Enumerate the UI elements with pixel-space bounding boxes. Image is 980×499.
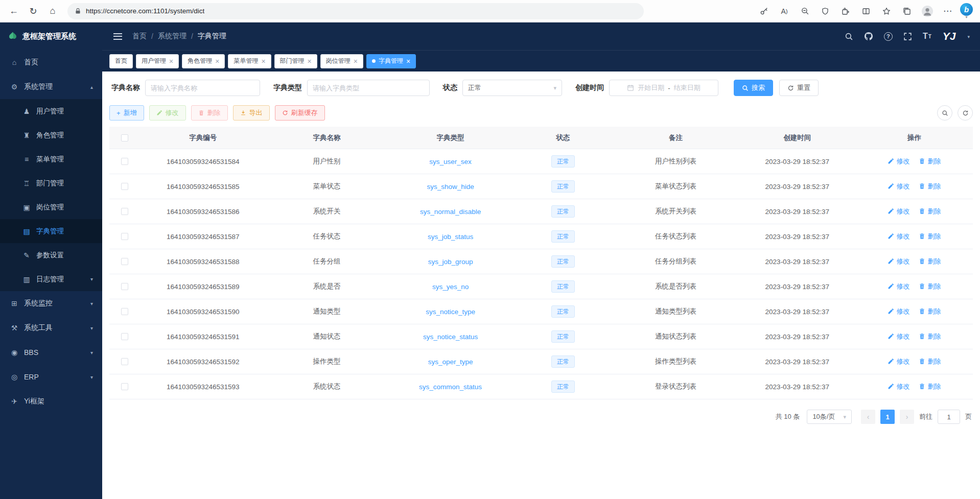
prev-page-button[interactable]: ‹	[861, 410, 875, 424]
back-button[interactable]: ←	[5, 3, 22, 19]
close-icon[interactable]: ×	[261, 58, 265, 65]
sidebar-item-role[interactable]: ♜角色管理	[0, 123, 102, 147]
sidebar-item-home[interactable]: ⌂首页	[0, 50, 102, 75]
row-checkbox[interactable]	[121, 183, 128, 190]
sidebar-item-tools[interactable]: ⚒系统工具▾	[0, 316, 102, 340]
tab-post[interactable]: 岗位管理×	[320, 54, 363, 68]
row-edit-button[interactable]: 修改	[888, 257, 909, 266]
sidebar-item-log[interactable]: ▥日志管理▾	[0, 267, 102, 291]
close-icon[interactable]: ×	[215, 58, 219, 65]
sidebar-item-bbs[interactable]: ◉BBS▾	[0, 340, 102, 365]
sidebar-item-monitor[interactable]: ⊞系统监控▾	[0, 291, 102, 316]
search-button[interactable]: 搜索	[734, 80, 773, 96]
date-range-picker[interactable]: 开始日期 - 结束日期	[609, 80, 718, 96]
sidebar-item-param[interactable]: ✎参数设置	[0, 243, 102, 267]
row-checkbox[interactable]	[121, 333, 128, 340]
row-delete-button[interactable]: 删除	[919, 307, 941, 316]
key-icon[interactable]	[756, 3, 772, 19]
reset-button[interactable]: 重置	[779, 80, 819, 96]
close-icon[interactable]: ×	[308, 58, 312, 65]
row-edit-button[interactable]: 修改	[888, 332, 909, 341]
tab-user[interactable]: 用户管理×	[136, 54, 179, 68]
refresh-table-button[interactable]	[958, 105, 973, 121]
help-icon[interactable]: ?	[884, 32, 893, 41]
dict-type-link[interactable]: sys_normal_disable	[420, 208, 481, 216]
tab-role[interactable]: 角色管理×	[182, 54, 225, 68]
tab-home[interactable]: 首页	[109, 54, 133, 68]
row-delete-button[interactable]: 删除	[919, 357, 941, 366]
dict-type-link[interactable]: sys_notice_type	[426, 308, 475, 316]
row-delete-button[interactable]: 删除	[919, 232, 941, 241]
tab-menu[interactable]: 菜单管理×	[228, 54, 271, 68]
row-edit-button[interactable]: 修改	[888, 207, 909, 216]
row-edit-button[interactable]: 修改	[888, 307, 909, 316]
row-edit-button[interactable]: 修改	[888, 182, 909, 191]
search-icon[interactable]	[845, 32, 853, 41]
select-all-checkbox[interactable]	[121, 134, 128, 141]
dict-type-link[interactable]: sys_user_sex	[429, 158, 472, 165]
close-icon[interactable]: ×	[169, 58, 173, 65]
dict-type-link[interactable]: sys_notice_status	[423, 333, 478, 341]
row-edit-button[interactable]: 修改	[888, 232, 909, 241]
row-checkbox[interactable]	[121, 158, 128, 165]
sidebar-item-menu[interactable]: ≡菜单管理	[0, 147, 102, 171]
sidebar-item-user[interactable]: ♟用户管理	[0, 99, 102, 123]
close-icon[interactable]: ×	[406, 58, 410, 65]
refresh-button[interactable]: ↻	[25, 3, 42, 19]
row-delete-button[interactable]: 删除	[919, 282, 941, 291]
row-checkbox[interactable]	[121, 358, 128, 365]
home-button[interactable]: ⌂	[44, 3, 61, 19]
refresh-cache-button[interactable]: 刷新缓存	[275, 105, 325, 121]
dict-type-link[interactable]: sys_job_status	[428, 233, 473, 241]
page-number-button[interactable]: 1	[880, 410, 895, 424]
toggle-search-button[interactable]	[937, 105, 952, 121]
dict-type-link[interactable]: sys_common_status	[419, 383, 482, 391]
delete-button[interactable]: 删除	[191, 105, 228, 121]
user-avatar[interactable]: YJ	[943, 30, 956, 42]
collections-icon[interactable]	[899, 3, 915, 19]
add-button[interactable]: + 新增	[109, 105, 144, 121]
sidebar-item-dept[interactable]: ♖部门管理	[0, 171, 102, 195]
row-delete-button[interactable]: 删除	[919, 207, 941, 216]
breadcrumb-item-home[interactable]: 首页	[132, 32, 147, 41]
dict-type-link[interactable]: sys_oper_type	[428, 358, 473, 366]
dict-type-link[interactable]: sys_show_hide	[427, 183, 474, 191]
row-checkbox[interactable]	[121, 258, 128, 265]
edit-button[interactable]: 修改	[149, 105, 186, 121]
dict-type-input[interactable]	[313, 84, 424, 92]
read-aloud-icon[interactable]: A)	[776, 3, 792, 19]
row-delete-button[interactable]: 删除	[919, 257, 941, 266]
address-bar[interactable]: https://ccnetcore.com:1101/system/dict	[67, 3, 644, 19]
tab-dept[interactable]: 部门管理×	[274, 54, 317, 68]
more-icon[interactable]: ⋯	[940, 3, 956, 19]
sidebar-item-post[interactable]: ▣岗位管理	[0, 195, 102, 219]
zoom-out-icon[interactable]	[797, 3, 813, 19]
row-edit-button[interactable]: 修改	[888, 382, 909, 391]
status-select[interactable]: 正常 ▾	[462, 80, 562, 96]
bing-sidebar-icon[interactable]: b ▾	[960, 3, 973, 19]
goto-page-input[interactable]	[938, 410, 960, 424]
row-delete-button[interactable]: 删除	[919, 182, 941, 191]
row-edit-button[interactable]: 修改	[888, 157, 909, 166]
github-icon[interactable]	[864, 32, 873, 41]
row-checkbox[interactable]	[121, 233, 128, 240]
row-checkbox[interactable]	[121, 383, 128, 390]
dict-name-input[interactable]	[151, 84, 254, 92]
sidebar-item-yi[interactable]: ✈Yi框架	[0, 389, 102, 414]
row-delete-button[interactable]: 删除	[919, 382, 941, 391]
close-icon[interactable]: ×	[354, 58, 358, 65]
dict-type-link[interactable]: sys_job_group	[428, 258, 473, 266]
page-size-select[interactable]: 10条/页 ▾	[807, 410, 852, 424]
next-page-button[interactable]: ›	[900, 410, 914, 424]
font-size-icon[interactable]: TT	[923, 32, 932, 41]
row-checkbox[interactable]	[121, 283, 128, 290]
sidebar-item-erp[interactable]: ◎ERP▾	[0, 365, 102, 389]
export-button[interactable]: 导出	[233, 105, 270, 121]
extensions-icon[interactable]	[837, 3, 854, 19]
breadcrumb-item-system[interactable]: 系统管理	[158, 32, 186, 41]
sidebar-toggle[interactable]	[112, 31, 123, 42]
dict-type-link[interactable]: sys_yes_no	[432, 283, 469, 291]
tab-dict[interactable]: 字典管理×	[366, 54, 416, 68]
sidebar-item-dict[interactable]: ▤字典管理	[0, 219, 102, 243]
row-edit-button[interactable]: 修改	[888, 282, 909, 291]
